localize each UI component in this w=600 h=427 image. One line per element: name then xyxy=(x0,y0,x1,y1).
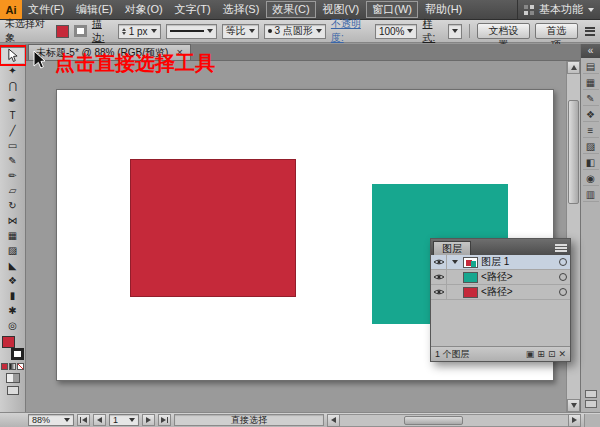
last-artboard-button[interactable] xyxy=(158,414,171,426)
previous-artboard-button[interactable] xyxy=(93,414,106,426)
style-combo[interactable] xyxy=(448,24,462,39)
horizontal-scroll-track[interactable] xyxy=(340,414,568,427)
stroke-style-combo[interactable] xyxy=(166,24,217,39)
delete-layer-button[interactable]: ✕ xyxy=(558,349,566,359)
bar-icon xyxy=(167,417,168,423)
none-button[interactable] xyxy=(17,363,24,370)
zoom-tool[interactable]: ◎ xyxy=(2,318,24,333)
stroke-panel-button[interactable]: ≡ xyxy=(583,123,599,138)
stroke-width-combo[interactable]: 1 px xyxy=(118,24,161,39)
appearance-panel-button[interactable]: ◉ xyxy=(583,171,599,186)
new-layer-button[interactable]: ⊡ xyxy=(548,349,556,359)
expand-panels-button[interactable]: « xyxy=(581,44,600,58)
gradient-button[interactable] xyxy=(9,363,16,370)
symbols-panel-button[interactable]: ❖ xyxy=(583,107,599,122)
eraser-tool[interactable]: ▱ xyxy=(2,183,24,198)
document-setup-button[interactable]: 文档设置 xyxy=(477,23,529,39)
zoom-level-combo[interactable]: 88% xyxy=(28,414,74,426)
scroll-left-button[interactable] xyxy=(327,414,340,427)
gradient-panel-button[interactable]: ▨ xyxy=(583,139,599,154)
target-circle-icon[interactable] xyxy=(559,288,567,296)
graph-tool[interactable]: ▮ xyxy=(2,288,24,303)
layer-name[interactable]: 图层 1 xyxy=(481,255,556,269)
target-circle-icon[interactable] xyxy=(559,258,567,266)
control-panel-menu-icon[interactable] xyxy=(585,27,595,36)
next-artboard-button[interactable] xyxy=(142,414,155,426)
path-name[interactable]: <路径> xyxy=(481,285,556,299)
fill-color-swatch[interactable] xyxy=(56,25,70,38)
layers-panel-tab[interactable]: 图层 xyxy=(433,241,471,255)
red-rectangle-shape[interactable] xyxy=(130,159,296,297)
pen-tool[interactable]: ✒ xyxy=(2,93,24,108)
stroke-color-swatch[interactable] xyxy=(74,25,86,37)
brush-definition-combo[interactable]: 3 点圆形 xyxy=(264,24,326,39)
horizontal-scroll-thumb[interactable] xyxy=(404,416,463,425)
horizontal-scrollbar[interactable] xyxy=(327,414,581,427)
lasso-tool[interactable]: ⋂ xyxy=(2,78,24,93)
screen-mode-button[interactable] xyxy=(7,386,19,395)
opacity-combo[interactable]: 100% xyxy=(375,24,418,39)
visibility-eye-icon[interactable] xyxy=(431,285,447,299)
style-panel-link[interactable]: 样式: xyxy=(422,17,443,45)
stroke-panel-link[interactable]: 描边: xyxy=(92,17,113,45)
color-button[interactable] xyxy=(1,363,8,370)
chevron-down-icon xyxy=(151,29,157,33)
new-sublayer-button[interactable]: ⊞ xyxy=(537,349,545,359)
type-tool[interactable]: T xyxy=(2,108,24,123)
hand-tool[interactable]: ✱ xyxy=(2,303,24,318)
rectangle-tool[interactable]: ▭ xyxy=(2,138,24,153)
line-segment-tool[interactable]: ╱ xyxy=(2,123,24,138)
scroll-down-button[interactable] xyxy=(567,399,580,412)
magic-wand-tool[interactable]: ✦ xyxy=(2,63,24,78)
visibility-eye-icon[interactable] xyxy=(431,255,447,269)
transparency-panel-button[interactable]: ◧ xyxy=(583,155,599,170)
blend-tool[interactable]: ❖ xyxy=(2,273,24,288)
brush-definition-value: 3 点圆形 xyxy=(275,24,313,38)
fill-stroke-wells[interactable] xyxy=(2,335,24,361)
menu-object[interactable]: 对象(O) xyxy=(119,0,169,19)
artboard-number-value: 1 xyxy=(113,415,118,425)
expand-caret-icon[interactable] xyxy=(450,260,460,264)
fill-well[interactable] xyxy=(2,336,15,348)
path-name[interactable]: <路径> xyxy=(481,270,556,284)
layer-row-layer1[interactable]: 图层 1 xyxy=(431,255,570,270)
menu-window[interactable]: 窗口(W) xyxy=(366,1,418,18)
target-circle-icon[interactable] xyxy=(559,273,567,281)
preferences-button[interactable]: 首选项 xyxy=(535,23,578,39)
paintbrush-tool[interactable]: ✎ xyxy=(2,153,24,168)
menu-type[interactable]: 文字(T) xyxy=(169,0,217,19)
first-artboard-button[interactable] xyxy=(77,414,90,426)
scroll-right-button[interactable] xyxy=(568,414,581,427)
width-tool[interactable]: ⋈ xyxy=(2,213,24,228)
layer-row-path-red[interactable]: <路径> xyxy=(431,285,570,300)
brushes-panel-button[interactable]: ✎ xyxy=(583,91,599,106)
artboard-number-combo[interactable]: 1 xyxy=(109,414,139,426)
stroke-well[interactable] xyxy=(11,348,24,360)
gradient-tool[interactable]: ▨ xyxy=(2,243,24,258)
mesh-tool[interactable]: ▦ xyxy=(2,228,24,243)
width-profile-combo[interactable]: 等比 xyxy=(222,24,259,39)
opacity-panel-link[interactable]: 不透明度: xyxy=(331,17,370,45)
vertical-scroll-thumb[interactable] xyxy=(568,100,579,204)
layers-panel-button[interactable]: ▥ xyxy=(583,187,599,202)
color-panel-button[interactable]: ▤ xyxy=(583,59,599,74)
menu-select[interactable]: 选择(S) xyxy=(217,0,266,19)
dock-mini-button[interactable] xyxy=(585,400,597,408)
direct-selection-tool[interactable] xyxy=(2,48,24,63)
scroll-up-button[interactable] xyxy=(567,61,580,74)
panel-menu-icon[interactable] xyxy=(555,244,567,252)
drawing-mode-button[interactable] xyxy=(6,373,20,383)
swatches-panel-button[interactable]: ▦ xyxy=(583,75,599,90)
workspace-switcher[interactable]: 基本功能 xyxy=(517,0,600,19)
pencil-tool[interactable]: ✏ xyxy=(2,168,24,183)
arrow-right-icon xyxy=(161,417,166,423)
dock-mini-button[interactable] xyxy=(585,390,597,398)
window-resize-grip[interactable] xyxy=(584,414,600,427)
menu-effect[interactable]: 效果(C) xyxy=(266,1,315,18)
eyedropper-tool[interactable]: ◣ xyxy=(2,258,24,273)
stepper-icon[interactable] xyxy=(122,28,126,35)
rotate-tool[interactable]: ↻ xyxy=(2,198,24,213)
make-clipping-mask-button[interactable]: ▣ xyxy=(526,349,535,359)
visibility-eye-icon[interactable] xyxy=(431,270,447,284)
layer-row-path-teal[interactable]: <路径> xyxy=(431,270,570,285)
